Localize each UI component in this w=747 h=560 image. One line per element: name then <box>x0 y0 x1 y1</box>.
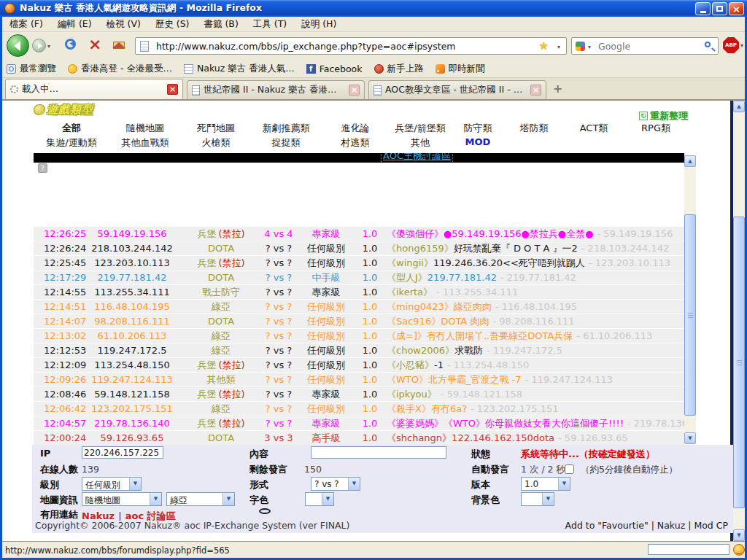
map-select[interactable]: 綠亞▼ <box>166 492 235 506</box>
bookmark-item[interactable]: 即時新聞 <box>436 63 485 75</box>
mode-select[interactable]: ? vs ?▼ <box>311 477 360 491</box>
inner-scrollbar[interactable]: ▲ ▼ <box>684 155 696 444</box>
forward-button[interactable] <box>32 39 46 52</box>
adblock-dropdown[interactable]: ▾ <box>740 42 743 49</box>
tab-close-button[interactable]: × <box>349 85 360 96</box>
nav-link-其他[interactable]: 其他 <box>390 136 451 150</box>
table-row[interactable]: 12:14:55113.255.34.111戰士防守? vs ?專家級1.0《i… <box>34 285 684 299</box>
modcp-link[interactable]: Mod CP <box>694 520 728 531</box>
chevron-down-icon[interactable]: ▼ <box>322 493 333 505</box>
minimize-button[interactable] <box>695 2 711 15</box>
add-favourite-link[interactable]: Add to "Favourtie" <box>565 520 649 531</box>
version-select[interactable]: 1.0▼ <box>521 477 570 491</box>
tab[interactable]: 載入中…× <box>5 79 183 99</box>
nav-link-隨機地圖[interactable]: 隨機地圖 <box>109 122 181 136</box>
table-row[interactable]: 12:06:42123.202.175.151綠亞? vs ?任何級別1.0《殺… <box>34 402 684 416</box>
table-row[interactable]: 12:09:26119.247.124.113其他類? vs ?任何級別1.0《… <box>34 373 684 386</box>
home-button[interactable] <box>113 42 125 49</box>
inner-scrollbar-thumb[interactable] <box>684 214 696 416</box>
level-select[interactable]: 任何級別▼ <box>82 477 142 491</box>
table-row[interactable]: 12:12:09113.254.48.150兵堡(禁拉)? vs ?任何級別1.… <box>34 358 684 372</box>
table-row[interactable]: 12:25:45123.203.10.113兵堡(禁拉)? vs ?任何級別1.… <box>34 256 684 270</box>
maximize-button[interactable] <box>712 2 727 15</box>
auto-post-checkbox[interactable] <box>565 464 574 474</box>
statusbar-input[interactable] <box>648 544 729 555</box>
bg-color-select[interactable]: ▼ <box>521 492 554 506</box>
chevron-down-icon[interactable]: ▼ <box>150 493 161 505</box>
nav-link-新劇推薦類[interactable]: 新劇推薦類 <box>251 122 321 136</box>
nav-link-MOD[interactable]: MOD <box>451 136 505 150</box>
nakuz-footer-link[interactable]: Nakuz <box>657 520 685 531</box>
chevron-down-icon[interactable]: ▼ <box>222 493 234 505</box>
nav-link-防守類[interactable]: 防守類 <box>451 122 505 136</box>
nav-link-兵堡/箭堡類[interactable]: 兵堡/箭堡類 <box>390 122 451 136</box>
table-row[interactable]: 12:13:0261.10.206.113綠亞? vs ?任何級別1.0《成=]… <box>34 329 684 343</box>
tab[interactable]: AOC教學文章區 - 世紀帝國 II - Nak…× <box>368 80 546 99</box>
new-tab-button[interactable]: + <box>553 82 562 96</box>
table-row[interactable]: 12:26:2559.149.19.156兵堡(禁拉)4 vs 4專家級1.0《… <box>34 227 684 241</box>
menu-item-5[interactable]: 工具 (T) <box>246 16 294 33</box>
table-row[interactable]: 12:04:57219.78.136.140兵堡(禁拉)? vs ?專家級1.0… <box>34 416 684 430</box>
nav-link-其他血戰類[interactable]: 其他血戰類 <box>109 136 181 150</box>
nav-link-捉捉類[interactable]: 捉捉類 <box>251 136 321 150</box>
back-button[interactable] <box>7 34 29 57</box>
table-row[interactable]: 12:14:51116.48.104.195綠亞? vs ?任何級別1.0《mi… <box>34 300 684 314</box>
font-color-select[interactable]: ▼ <box>305 492 334 506</box>
tab[interactable]: 世紀帝國 II - Nakuz 樂古 香港人氣…× <box>187 80 365 99</box>
close-button[interactable]: × <box>729 2 744 15</box>
bookmark-item[interactable]: 香港高登 - 全港最受… <box>68 63 172 75</box>
bookmark-item[interactable]: fFacebook <box>306 63 363 74</box>
nav-link-全部[interactable]: 全部 <box>34 122 109 136</box>
menu-item-2[interactable]: 檢視 (V) <box>99 16 148 33</box>
search-input[interactable] <box>597 39 692 52</box>
nav-link-村逃類[interactable]: 村逃類 <box>321 136 390 150</box>
nav-link-集遊/運動類[interactable]: 集遊/運動類 <box>34 136 109 150</box>
map-category-select[interactable]: 隨機地圖▼ <box>82 492 162 506</box>
menu-item-3[interactable]: 歷史 (S) <box>148 16 197 33</box>
banner-link[interactable]: AOC主機討論區 <box>381 153 453 163</box>
ip-field[interactable] <box>82 446 163 459</box>
table-row[interactable]: 12:17:29219.77.181.42DOTA? vs ?中手級1.0《型人… <box>34 271 684 284</box>
reload-button[interactable] <box>65 39 76 50</box>
scroll-down-icon[interactable]: ▼ <box>684 432 696 444</box>
table-row[interactable]: 12:26:24218.103.244.142DOTA? vs ?任何級別1.0… <box>34 241 684 255</box>
url-dropdown[interactable]: ▾ <box>557 44 560 50</box>
browser-scrollbar-thumb[interactable] <box>733 217 745 508</box>
menu-item-1[interactable]: 編輯 (E) <box>50 16 99 33</box>
table-row[interactable]: 12:00:2459.126.93.65DOTA3 vs 3高手級1.0《shc… <box>34 431 684 445</box>
table-row[interactable]: 12:08:4659.148.121.158兵堡(禁拉)? vs ?專家級1.0… <box>34 387 684 401</box>
scroll-down-icon[interactable]: ▼ <box>733 529 745 541</box>
tab-close-button[interactable]: × <box>530 85 541 96</box>
tab-close-button[interactable]: × <box>167 84 178 95</box>
bookmark-item[interactable]: Nakuz 樂古 香港人氣… <box>184 63 295 75</box>
bookmark-item[interactable]: 新手上路 <box>374 63 424 75</box>
nav-link-火槍類[interactable]: 火槍類 <box>181 136 251 150</box>
table-row[interactable]: 12:14:0798.208.116.111DOTA? vs ?任何級別1.0《… <box>34 314 684 328</box>
smiley-icon[interactable] <box>733 544 745 556</box>
url-input[interactable] <box>155 39 527 52</box>
menu-item-0[interactable]: 檔案 (F) <box>2 16 50 33</box>
url-bar[interactable]: ★ ▾ <box>135 37 567 55</box>
browser-scrollbar[interactable]: ▲ ▼ <box>733 101 745 541</box>
stop-button[interactable]: × <box>88 34 101 55</box>
content-field[interactable] <box>311 446 446 459</box>
nav-link-死鬥地圖[interactable]: 死鬥地圖 <box>181 122 251 136</box>
scroll-up-icon[interactable]: ▲ <box>733 101 745 112</box>
search-icon[interactable] <box>705 42 711 47</box>
chevron-down-icon[interactable]: ▼ <box>558 478 570 490</box>
menu-item-6[interactable]: 說明 (H) <box>294 16 344 33</box>
search-box[interactable]: ▾ <box>571 37 719 55</box>
nav-link-塔防類[interactable]: 塔防類 <box>505 122 563 136</box>
chevron-down-icon[interactable]: ▼ <box>542 493 554 505</box>
bookmark-star-icon[interactable]: ★ <box>539 39 549 52</box>
chevron-down-icon[interactable]: ▼ <box>129 478 141 490</box>
table-row[interactable]: 12:12:53119.247.172.5綠亞? vs ?任何級別1.0《cho… <box>34 343 684 357</box>
nav-link-RPG類[interactable]: RPG類 <box>624 122 687 136</box>
menu-item-4[interactable]: 書籤 (B) <box>197 16 246 33</box>
chevron-down-icon[interactable]: ▼ <box>348 478 360 490</box>
adblock-plus-icon[interactable]: ABP <box>723 37 739 53</box>
back-forward-dropdown[interactable]: ▾ <box>47 43 50 50</box>
scroll-up-icon[interactable]: ▲ <box>684 155 696 167</box>
bookmark-item[interactable]: 最常瀏覽 <box>7 63 56 75</box>
nav-link-進化論[interactable]: 進化論 <box>321 122 390 136</box>
